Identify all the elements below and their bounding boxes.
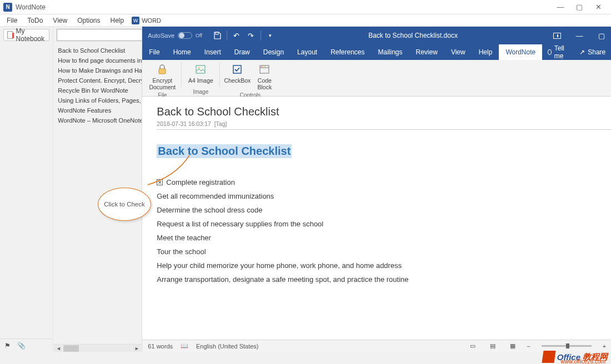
spellcheck-icon[interactable]: 📖: [181, 342, 188, 350]
word-label-text: WORD: [142, 17, 161, 24]
checkbox-button[interactable]: CheckBox: [223, 61, 251, 92]
item-text[interactable]: Get all recommended immunizations: [157, 192, 274, 200]
checkbox-icon: [229, 63, 245, 76]
checklist-item[interactable]: Get all recommended immunizations: [157, 192, 611, 200]
note-item[interactable]: Using Links of Folders, Pages, and Parag…: [57, 95, 142, 105]
zoom-in-icon[interactable]: +: [603, 343, 606, 350]
scroll-right-icon[interactable]: ►: [133, 345, 141, 352]
print-layout-icon[interactable]: ▤: [487, 342, 499, 351]
svg-point-7: [262, 66, 263, 67]
word-title-bar: AutoSave Off ↶ ↷ ▾ Back to School Checkl…: [142, 27, 611, 44]
scroll-track[interactable]: [63, 345, 132, 352]
tab-mailings[interactable]: Mailings: [372, 44, 409, 60]
note-item[interactable]: Back to School Checklist: [57, 46, 142, 55]
checklist: ✕Complete registration Get all recommend…: [157, 178, 611, 284]
page-title[interactable]: Back to School Checklist: [157, 105, 611, 118]
note-item[interactable]: Protect Content. Encrypt, Decrypt, Write: [57, 75, 142, 85]
tell-me-search[interactable]: Tell me: [542, 44, 572, 60]
item-text[interactable]: Request a list of necessary supplies fro…: [157, 220, 323, 228]
word-status-bar: 61 words 📖 English (United States) ▭ ▤ ▦…: [142, 340, 611, 352]
a4-image-button[interactable]: A4 Image: [185, 61, 216, 85]
item-text[interactable]: Meet the teacher: [157, 234, 211, 242]
encrypt-label: Encrypt Document: [148, 77, 176, 90]
encrypt-document-button[interactable]: Encrypt Document: [147, 61, 178, 92]
group-image-label: Image: [193, 89, 208, 96]
word-count[interactable]: 61 words: [148, 343, 173, 350]
svg-point-3: [198, 67, 200, 69]
note-item[interactable]: How to find page documents in WordNote: [57, 55, 142, 65]
checklist-item[interactable]: Meet the teacher: [157, 234, 611, 242]
svg-rect-1: [159, 69, 166, 74]
code-block-button[interactable]: Code Block: [252, 61, 277, 92]
tab-file[interactable]: File: [142, 44, 166, 60]
menu-todo[interactable]: ToDo: [23, 16, 47, 26]
menu-file[interactable]: File: [2, 16, 22, 26]
zoom-slider[interactable]: [542, 345, 592, 347]
callout-text: Click to Check: [104, 200, 145, 209]
code-icon: [257, 63, 272, 76]
save-icon[interactable]: [211, 29, 223, 42]
ribbon-display-icon[interactable]: [546, 27, 568, 44]
word-minimize-button[interactable]: —: [568, 27, 590, 44]
maximize-button[interactable]: ▢: [570, 1, 589, 14]
image-icon: [193, 63, 208, 76]
search-input[interactable]: [59, 31, 143, 39]
tag-label[interactable]: [Tag]: [214, 120, 227, 127]
tab-wordnote[interactable]: WordNote: [499, 44, 542, 60]
item-text[interactable]: Arrange transportation, designate a safe…: [157, 275, 408, 284]
search-box[interactable]: ✕: [57, 29, 151, 41]
tab-insert[interactable]: Insert: [198, 44, 228, 60]
note-item[interactable]: WordNote – Microsoft OneNote Alternative: [57, 115, 142, 125]
checklist-item[interactable]: Tour the school: [157, 247, 611, 256]
minimize-button[interactable]: —: [551, 1, 570, 14]
note-item[interactable]: WordNote Features: [57, 105, 142, 115]
tab-references[interactable]: References: [324, 44, 371, 60]
attachment-icon[interactable]: 📎: [17, 342, 26, 350]
bulb-icon: [548, 49, 552, 55]
language-status[interactable]: English (United States): [196, 343, 259, 350]
autosave-toggle[interactable]: AutoSave Off: [142, 32, 208, 39]
wordnote-logo-icon: N: [3, 3, 12, 12]
checklist-item[interactable]: ✕Complete registration: [157, 178, 611, 186]
callout-annotation: Click to Check: [98, 176, 164, 221]
watermark-icon: [542, 351, 555, 363]
web-layout-icon[interactable]: ▦: [507, 342, 519, 351]
item-text[interactable]: Help your child memorize your home phone…: [157, 261, 402, 270]
word-maximize-button[interactable]: ▢: [590, 27, 611, 44]
checklist-item[interactable]: Request a list of necessary supplies fro…: [157, 220, 611, 228]
share-button[interactable]: ↗Share: [575, 48, 610, 56]
menu-help[interactable]: Help: [106, 16, 129, 26]
share-label: Share: [588, 48, 605, 56]
qat-customize-icon[interactable]: ▾: [264, 29, 277, 42]
notebook-selector[interactable]: My Notebook: [3, 29, 49, 41]
tab-home[interactable]: Home: [167, 44, 198, 60]
close-button[interactable]: ✕: [589, 1, 608, 14]
zoom-out-icon[interactable]: −: [527, 343, 530, 350]
checklist-item[interactable]: Arrange transportation, designate a safe…: [157, 275, 611, 284]
read-mode-icon[interactable]: ▭: [467, 342, 479, 351]
scroll-thumb[interactable]: [63, 345, 79, 352]
checklist-item[interactable]: Determine the school dress code: [157, 206, 611, 214]
tab-review[interactable]: Review: [409, 44, 444, 60]
checklist-item[interactable]: Help your child memorize your home phone…: [157, 261, 611, 270]
item-text[interactable]: Determine the school dress code: [157, 206, 262, 214]
notes-horizontal-scrollbar[interactable]: ◄ ►: [53, 344, 142, 352]
item-text[interactable]: Tour the school: [157, 247, 206, 256]
tab-help[interactable]: Help: [472, 44, 499, 60]
document-area[interactable]: Back to School Checklist 2018-07-31 16:0…: [142, 97, 611, 340]
undo-icon[interactable]: ↶: [231, 29, 243, 42]
tab-draw[interactable]: Draw: [228, 44, 257, 60]
redo-icon[interactable]: ↷: [245, 29, 257, 42]
note-item[interactable]: Recycle Bin for WordNote: [57, 85, 142, 95]
scroll-left-icon[interactable]: ◄: [54, 345, 62, 352]
watermark-url: www.office26.com: [561, 358, 605, 364]
menu-options[interactable]: Options: [73, 16, 104, 26]
tab-design[interactable]: Design: [257, 44, 291, 60]
tab-layout[interactable]: Layout: [291, 44, 324, 60]
note-item[interactable]: How to Make Drawings and Handwriting: [57, 65, 142, 75]
notes-list: Back to School Checklist How to find pag…: [53, 43, 142, 125]
tab-view[interactable]: View: [444, 44, 472, 60]
menu-view[interactable]: View: [48, 16, 72, 26]
flag-icon[interactable]: ⚑: [4, 342, 11, 350]
callout-bubble: Click to Check: [98, 188, 151, 221]
